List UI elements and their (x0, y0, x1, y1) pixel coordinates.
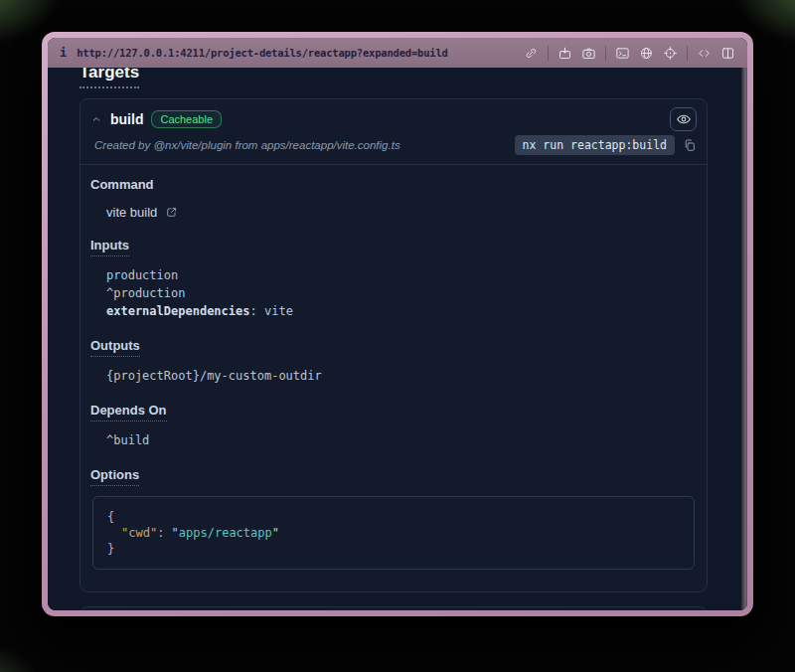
inputs-heading: Inputs (90, 238, 129, 256)
json-line: } (107, 541, 680, 557)
output-item: {projectRoot}/my-custom-outdir (106, 367, 697, 385)
command-value-row[interactable]: vite build (106, 205, 697, 220)
page-content: Targets build Cacheable (48, 68, 747, 610)
depends-on-list: ^build (106, 431, 697, 449)
toolbar-divider (687, 46, 688, 61)
target-icon[interactable] (663, 46, 678, 61)
depends-item: ^build (106, 431, 697, 449)
link-icon[interactable] (524, 46, 539, 61)
build-target-body: Command vite build Inputs production (80, 165, 707, 591)
code-icon[interactable] (697, 46, 712, 61)
outputs-list: {projectRoot}/my-custom-outdir (106, 367, 697, 385)
camera-icon[interactable] (581, 46, 596, 61)
window-inner: i http://127.0.0.1:4211/project-details/… (48, 38, 747, 610)
json-key: "cwd" (121, 526, 157, 540)
eye-button[interactable] (670, 107, 697, 131)
target-name: build (110, 111, 143, 127)
section-inputs: Inputs production ^production externalDe… (90, 238, 697, 320)
copy-icon (683, 138, 697, 152)
scrollbar[interactable] (741, 68, 747, 610)
run-command-chip: nx run reactapp:build (515, 135, 675, 155)
external-link-icon[interactable] (165, 206, 178, 219)
toolbar-divider (605, 46, 606, 61)
section-depends-on: Depends On ^build (90, 403, 697, 449)
browser-toolbar: i http://127.0.0.1:4211/project-details/… (48, 38, 747, 68)
json-line: "cwd": "apps/reactapp" (107, 525, 680, 541)
copy-button[interactable] (683, 138, 697, 152)
eye-icon (676, 111, 692, 127)
page-title: Targets (80, 68, 139, 88)
outputs-heading: Outputs (90, 338, 140, 357)
json-value: apps/reactapp (179, 526, 272, 540)
options-heading: Options (90, 467, 139, 486)
section-command: Command vite build (90, 177, 697, 220)
json-line: { (107, 509, 680, 525)
json-quote: " (272, 526, 279, 540)
target-card-serve: serve vite serve (80, 606, 708, 610)
url-text[interactable]: http://127.0.0.1:4211/project-details/re… (77, 47, 447, 59)
toolbar-actions (524, 46, 735, 61)
browser-window: i http://127.0.0.1:4211/project-details/… (42, 32, 753, 616)
command-heading: Command (90, 177, 154, 195)
cacheable-badge[interactable]: Cacheable (151, 110, 222, 128)
globe-icon[interactable] (639, 46, 654, 61)
inputs-list: production ^production externalDependenc… (106, 266, 697, 320)
build-target-subheader: Created by @nx/vite/plugin from apps/rea… (80, 133, 707, 165)
input-item-value: vite (264, 304, 293, 318)
section-options: Options { "cwd": "apps/reactapp" } (90, 467, 697, 570)
input-item-key: externalDependencies (106, 304, 250, 318)
input-item: externalDependencies: vite (106, 302, 697, 320)
terminal-icon[interactable] (615, 46, 630, 61)
build-target-header[interactable]: build Cacheable (80, 99, 707, 133)
input-item: ^production (106, 284, 697, 302)
toolbar-divider (548, 46, 549, 61)
options-code-block: { "cwd": "apps/reactapp" } (92, 496, 695, 570)
target-card-build: build Cacheable Created by @nx/vite/plug… (80, 98, 708, 592)
section-outputs: Outputs {projectRoot}/my-custom-outdir (90, 338, 697, 385)
json-sep: : (157, 526, 171, 540)
command-value: vite build (106, 205, 157, 220)
input-item: production (106, 266, 697, 284)
json-quote: " (172, 526, 179, 540)
info-icon[interactable]: i (60, 46, 67, 60)
split-view-icon[interactable] (720, 46, 735, 61)
depends-on-heading: Depends On (90, 403, 167, 421)
created-by-text: Created by @nx/vite/plugin from apps/rea… (94, 139, 400, 151)
import-icon[interactable] (557, 46, 572, 61)
serve-target-header[interactable]: serve vite serve (80, 607, 707, 610)
input-item-sep: : (250, 304, 264, 318)
chevron-up-icon[interactable] (90, 113, 102, 125)
